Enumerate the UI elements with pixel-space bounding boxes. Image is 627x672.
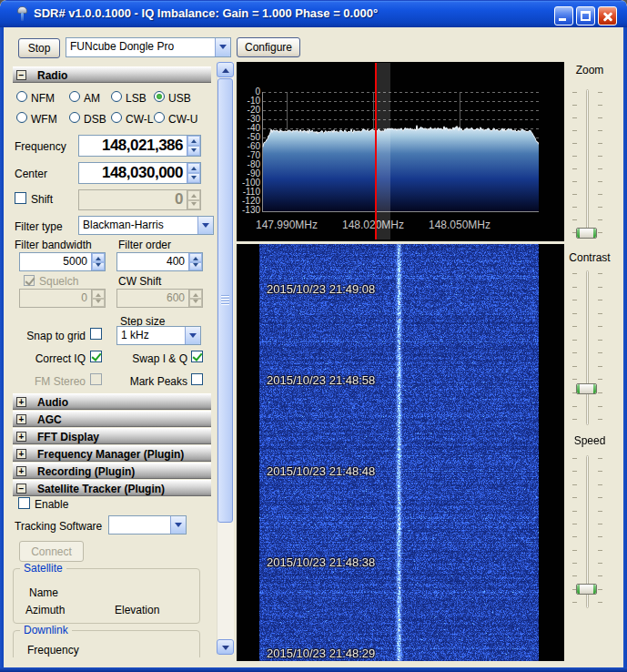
mode-radio-cw-u[interactable] xyxy=(154,112,165,123)
sdr-sharp-window: SDR# v1.0.0.1000 - IQ Imbalance: Gain = … xyxy=(0,0,627,672)
minimize-icon xyxy=(559,18,566,21)
zoom-slider-track[interactable] xyxy=(586,89,589,239)
filter-order-label: Filter order xyxy=(118,239,171,251)
satellite-group-title: Satellite xyxy=(20,562,66,575)
close-button[interactable] xyxy=(598,6,617,25)
slider-tick xyxy=(598,92,602,93)
expand-icon[interactable]: + xyxy=(16,397,26,407)
spectrum-plot[interactable] xyxy=(262,92,539,214)
zoom-slider-thumb[interactable] xyxy=(576,228,597,239)
mode-radio-lsb[interactable] xyxy=(111,91,122,102)
frequency-field[interactable]: 148,021,386 xyxy=(78,135,201,157)
filter-order-spinner[interactable] xyxy=(188,253,202,270)
spectrum-display[interactable]: 0-10-20-30-40-50-60-70-80-90-100-110-120… xyxy=(237,62,564,241)
chevron-down-icon[interactable] xyxy=(185,327,200,344)
waterfall-plot[interactable] xyxy=(259,244,539,661)
slider-tick xyxy=(598,105,602,106)
section-header-audio[interactable]: +Audio xyxy=(13,393,211,410)
fm-stereo-label: FM Stereo xyxy=(7,375,86,388)
section-header-recording-plugin-[interactable]: +Recording (Plugin) xyxy=(13,463,211,479)
slider-tick xyxy=(572,219,577,220)
maximize-icon xyxy=(581,11,591,21)
section-header-fft-display[interactable]: +FFT Display xyxy=(13,428,211,444)
expand-icon[interactable]: + xyxy=(16,466,26,476)
section-title: Audio xyxy=(37,396,68,409)
section-title: FFT Display xyxy=(37,431,99,443)
expand-icon[interactable]: + xyxy=(16,432,26,442)
contrast-slider-thumb[interactable] xyxy=(576,383,597,394)
connect-button: Connect xyxy=(19,541,84,562)
mode-radio-dsb[interactable] xyxy=(69,112,80,123)
scroll-down-button[interactable] xyxy=(217,639,234,655)
slider-tick xyxy=(598,497,602,498)
snap-to-grid-checkbox[interactable] xyxy=(90,328,102,340)
tuned-frequency-line[interactable] xyxy=(375,63,377,239)
center-spinner[interactable] xyxy=(187,163,200,183)
shift-checkbox[interactable] xyxy=(15,192,26,204)
mode-radio-nfm[interactable] xyxy=(16,91,27,102)
mode-radio-cw-l[interactable] xyxy=(111,112,122,123)
filter-bandwidth-spinner[interactable] xyxy=(91,253,105,270)
db-axis-tick: -130 xyxy=(237,206,260,215)
slider-tick xyxy=(572,458,577,459)
slider-tick xyxy=(598,117,602,118)
chevron-down-icon[interactable] xyxy=(197,217,213,234)
slider-tick xyxy=(598,352,602,353)
section-header-satellite-tracker-plugin-[interactable]: −Satellite Tracker (Plugin) xyxy=(13,480,211,496)
slider-tick xyxy=(572,130,577,131)
swap-iq-checkbox[interactable] xyxy=(191,351,203,362)
shift-label: Shift xyxy=(31,193,53,206)
downlink-group-title: Downlink xyxy=(20,624,72,636)
slider-tick xyxy=(598,287,602,288)
expand-icon[interactable]: + xyxy=(16,414,26,424)
section-header-agc[interactable]: +AGC xyxy=(13,411,211,427)
slider-tick xyxy=(572,340,577,341)
slider-tick xyxy=(598,181,602,182)
step-size-select[interactable]: 1 kHz xyxy=(116,326,201,345)
mode-radio-usb[interactable] xyxy=(154,91,165,102)
slider-tick xyxy=(598,602,602,603)
contrast-slider-track[interactable] xyxy=(586,270,589,425)
collapse-icon[interactable]: − xyxy=(16,70,26,80)
mark-peaks-checkbox[interactable] xyxy=(191,373,203,385)
maximize-button[interactable] xyxy=(576,6,595,25)
slider-tick xyxy=(598,406,602,407)
slider-tick xyxy=(572,536,577,537)
tuning-bandwidth-band[interactable] xyxy=(376,63,390,239)
snap-to-grid-label: Snap to grid xyxy=(7,330,86,342)
section-header-radio[interactable]: − Radio xyxy=(13,66,211,83)
center-field[interactable]: 148,030,000 xyxy=(78,162,201,184)
collapse-icon[interactable]: − xyxy=(16,484,26,494)
mode-label: CW-U xyxy=(168,113,197,126)
speed-slider-thumb[interactable] xyxy=(576,584,597,595)
slider-tick xyxy=(598,379,602,380)
tracking-software-select[interactable] xyxy=(108,515,187,535)
filter-type-select[interactable]: Blackman-Harris xyxy=(78,216,214,235)
elevation-label: Elevation xyxy=(115,604,159,616)
mode-radio-am[interactable] xyxy=(69,91,80,102)
slider-tick xyxy=(572,563,577,564)
chevron-down-icon[interactable] xyxy=(215,38,230,56)
filter-bandwidth-field[interactable]: 5000 xyxy=(19,252,106,271)
waterfall-display[interactable]: 2015/10/23 21:49:082015/10/23 21:48:5820… xyxy=(237,244,564,661)
slider-tick xyxy=(572,406,577,407)
swap-iq-label: Swap I & Q xyxy=(118,352,187,365)
filter-order-field[interactable]: 400 xyxy=(116,252,203,271)
slider-tick xyxy=(598,219,602,220)
scroll-up-button[interactable] xyxy=(217,62,234,77)
configure-button[interactable]: Configure xyxy=(237,37,300,57)
settings-panel: − Radio NFMAMLSBUSBWFMDSBCW-LCW-U Freque… xyxy=(0,0,217,657)
mode-label: DSB xyxy=(84,113,106,126)
frequency-spinner[interactable] xyxy=(187,136,200,156)
minimize-button[interactable] xyxy=(554,6,573,25)
expand-icon[interactable]: + xyxy=(16,449,26,459)
correct-iq-checkbox[interactable] xyxy=(90,351,102,362)
slider-tick xyxy=(572,550,577,551)
section-title: Satellite Tracker (Plugin) xyxy=(37,483,165,495)
enable-checkbox[interactable] xyxy=(18,497,30,509)
chevron-down-icon[interactable] xyxy=(170,516,186,534)
section-header-frequency-manager-plugin-[interactable]: +Frequency Manager (Plugin) xyxy=(13,445,211,462)
mode-radio-wfm[interactable] xyxy=(16,112,27,123)
mode-label: AM xyxy=(84,92,100,105)
slider-tick xyxy=(572,287,577,288)
